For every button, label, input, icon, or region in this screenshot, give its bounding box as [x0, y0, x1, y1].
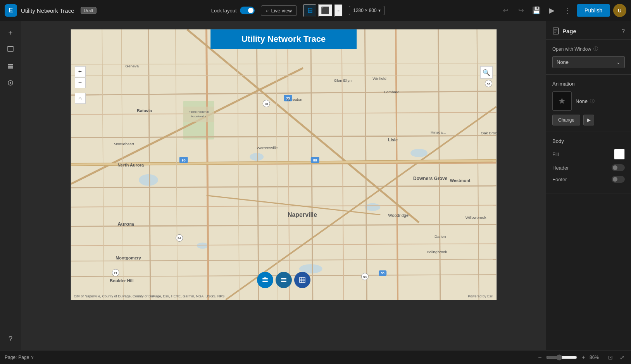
zoom-percent: 86% — [590, 355, 603, 360]
svg-text:Accelerator: Accelerator — [191, 115, 207, 118]
open-with-window-section: Open with Window ⓘ None ⌄ — [546, 39, 631, 75]
widgets-button[interactable] — [3, 76, 18, 91]
svg-rect-3 — [8, 65, 13, 67]
open-with-window-label: Open with Window ⓘ — [552, 46, 625, 52]
fill-row: Fill — [552, 149, 625, 160]
more-button[interactable]: ⋮ — [561, 4, 574, 17]
pages-button[interactable] — [3, 42, 18, 57]
animation-info-icon: ⓘ — [590, 98, 595, 105]
zoom-in-button[interactable]: + — [75, 66, 86, 77]
zoom-minus-icon: − — [538, 354, 541, 361]
save-button[interactable]: 💾 — [530, 4, 543, 17]
header-label: Header — [552, 165, 569, 171]
resolution-button[interactable]: 1280 × 800 ▾ — [349, 6, 384, 15]
page-indicator[interactable]: Page: Page ∧ — [5, 355, 34, 360]
svg-line-89 — [71, 64, 496, 64]
lock-layout-toggle[interactable] — [240, 7, 255, 14]
fullscreen-button[interactable]: ⤢ — [618, 353, 626, 362]
svg-text:Batavia: Batavia — [137, 108, 152, 113]
svg-text:Hinsda...: Hinsda... — [430, 130, 445, 134]
live-view-button[interactable]: ○ Live view — [261, 5, 297, 16]
avatar[interactable]: U — [613, 4, 626, 17]
redo-button[interactable]: ↪ — [515, 4, 527, 17]
svg-text:90: 90 — [181, 158, 185, 162]
svg-text:88: 88 — [313, 158, 317, 162]
fit-icon: ⊡ — [608, 354, 613, 361]
help-button[interactable]: ? — [3, 331, 18, 346]
desktop-icon[interactable]: 🖥 — [303, 4, 316, 17]
phone-icon[interactable]: ▪ — [334, 4, 343, 17]
play-icon: ▶ — [549, 6, 555, 15]
table-toolbar-button[interactable] — [294, 272, 310, 288]
list-toolbar-button[interactable] — [276, 272, 292, 288]
zoom-minus-button[interactable]: − — [535, 353, 545, 362]
svg-text:Westmont: Westmont — [450, 178, 470, 183]
svg-text:53: 53 — [363, 275, 366, 279]
tablet-icon[interactable]: ⬛ — [318, 4, 333, 17]
footer-label: Footer — [552, 177, 567, 182]
svg-text:38: 38 — [264, 102, 268, 106]
publish-button[interactable]: Publish — [577, 4, 610, 17]
dropdown-chevron-icon: ⌄ — [616, 59, 621, 65]
animation-controls: Change ▶ — [552, 115, 625, 125]
footer-row: Footer — [552, 176, 625, 183]
zoom-out-button[interactable]: − — [75, 77, 86, 88]
window-dropdown[interactable]: None ⌄ — [552, 56, 625, 68]
svg-text:Oak Brook: Oak Brook — [481, 131, 496, 135]
map-home-button[interactable]: ⌂ — [75, 93, 86, 104]
page-label: Page: — [5, 355, 17, 360]
svg-text:Willowbrook: Willowbrook — [465, 215, 486, 220]
body-section: Body Fill Header Footer — [546, 132, 631, 194]
redo-icon: ↪ — [518, 6, 524, 15]
zoom-plus-icon: + — [581, 354, 585, 361]
zoom-slider[interactable] — [546, 354, 577, 361]
svg-text:Mooseheart: Mooseheart — [114, 142, 134, 146]
svg-text:Lisle: Lisle — [388, 137, 398, 142]
pages-icon — [7, 45, 14, 55]
map-zoom-controls: + − — [75, 66, 86, 88]
svg-text:21: 21 — [114, 271, 117, 275]
svg-text:Geneva: Geneva — [125, 64, 139, 68]
layers-toolbar-button[interactable] — [257, 272, 273, 288]
svg-text:Darien: Darien — [434, 234, 445, 239]
header-row: Header — [552, 164, 625, 171]
right-panel-help-icon[interactable]: ? — [622, 28, 625, 34]
preview-button[interactable]: ▶ — [546, 4, 558, 17]
zoom-plus-button[interactable]: + — [579, 353, 588, 362]
page-chevron-icon: ∧ — [31, 355, 34, 360]
left-sidebar: ＋ — [0, 21, 21, 350]
add-button[interactable]: ＋ — [3, 25, 18, 40]
zoom-controls: − + 86% — [535, 353, 603, 362]
svg-marker-94 — [263, 277, 267, 279]
draft-badge: Draft — [81, 7, 97, 14]
svg-text:Aurora: Aurora — [117, 221, 134, 227]
svg-text:Winfield: Winfield — [372, 76, 386, 81]
animation-preview: ★ None ⓘ — [552, 91, 625, 111]
page-icon — [552, 27, 559, 34]
undo-button[interactable]: ↩ — [499, 4, 512, 17]
map-search-button[interactable]: 🔍 — [480, 66, 493, 79]
fill-color-swatch[interactable] — [614, 149, 625, 160]
map-svg: 90 88 38 Batavia Mooseheart North Aurora… — [71, 29, 497, 300]
layers-button[interactable] — [3, 59, 18, 74]
search-icon: 🔍 — [483, 69, 490, 76]
chevron-down-icon: ▾ — [378, 8, 381, 13]
change-button[interactable]: Change — [552, 115, 580, 125]
add-icon: ＋ — [7, 28, 14, 37]
svg-text:Boulder Hill: Boulder Hill — [110, 278, 133, 283]
animation-section: Animation ★ None ⓘ Change ▶ — [546, 75, 631, 132]
star-icon: ★ — [558, 96, 566, 106]
canvas-area[interactable]: 90 88 38 Batavia Mooseheart North Aurora… — [21, 21, 546, 350]
undo-icon: ↩ — [503, 6, 509, 15]
svg-rect-93 — [262, 281, 268, 282]
topbar-center: Lock layout ○ Live view 🖥 ⬛ ▪ 1280 × 800… — [100, 4, 495, 17]
header-toggle[interactable] — [612, 164, 625, 171]
svg-text:55: 55 — [381, 271, 384, 275]
fit-view-button[interactable]: ⊡ — [606, 353, 615, 362]
footer-toggle[interactable] — [612, 176, 625, 183]
bottom-bar-right: − + 86% ⊡ ⤢ — [535, 353, 626, 362]
lock-layout-label: Lock layout — [211, 8, 237, 14]
play-animation-button[interactable]: ▶ — [583, 115, 594, 125]
device-icons: 🖥 ⬛ ▪ — [303, 4, 343, 17]
svg-text:Fermi National: Fermi National — [188, 110, 209, 113]
